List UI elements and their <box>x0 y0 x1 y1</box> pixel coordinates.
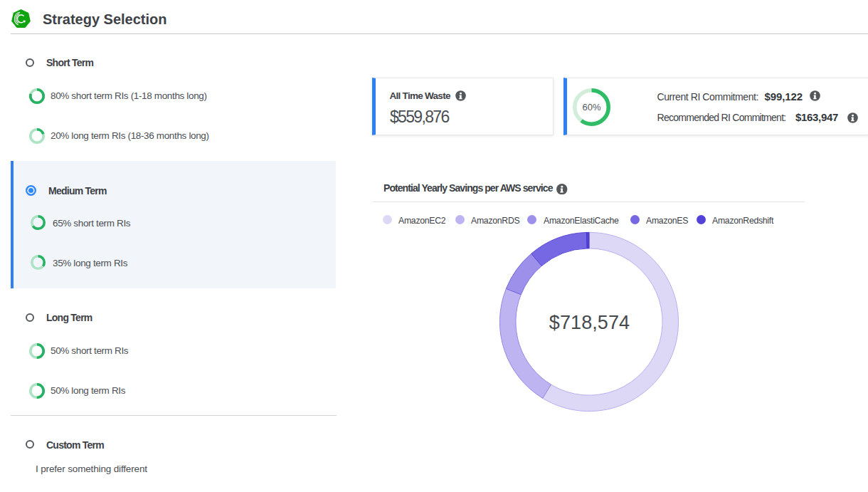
svg-text:60%: 60% <box>582 101 600 112</box>
